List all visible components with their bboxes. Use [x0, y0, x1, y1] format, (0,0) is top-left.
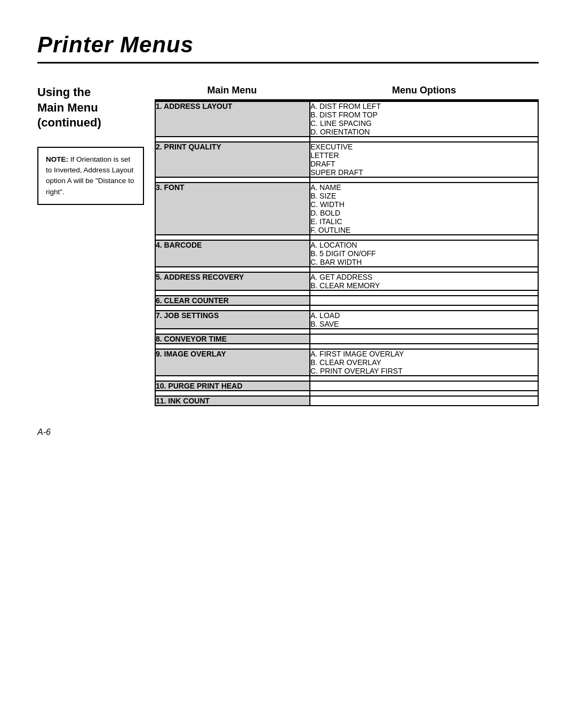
page-number: A-6 — [37, 428, 539, 437]
table-row: 9. IMAGE OVERLAYA. FIRST IMAGE OVERLAYB.… — [155, 349, 538, 376]
note-box: NOTE: If Orientation is set to Inverted,… — [37, 147, 144, 205]
main-menu-cell: 5. ADDRESS RECOVERY — [155, 272, 310, 290]
page-title: Printer Menus — [37, 32, 539, 58]
options-cell — [310, 296, 538, 305]
spacer-row — [155, 290, 538, 296]
table-row: 1. ADDRESS LAYOUTA. DIST FROM LEFTB. DIS… — [155, 101, 538, 137]
main-menu-cell: 8. CONVEYOR TIME — [155, 334, 310, 344]
table-row: 8. CONVEYOR TIME — [155, 334, 538, 344]
options-cell — [310, 334, 538, 344]
table-row: 6. CLEAR COUNTER — [155, 296, 538, 305]
title-divider — [37, 62, 539, 64]
main-menu-cell: 7. JOB SETTINGS — [155, 311, 310, 329]
spacer-row — [155, 137, 538, 142]
spacer-row — [155, 267, 538, 272]
table-row: 11. INK COUNT — [155, 396, 538, 406]
table-row: 2. PRINT QUALITYEXECUTIVELETTERDRAFTSUPE… — [155, 142, 538, 177]
table-row: 10. PURGE PRINT HEAD — [155, 381, 538, 391]
options-cell: A. NAMEB. SIZEC. WIDTHD. BOLDE. ITALICF.… — [310, 183, 538, 235]
main-menu-cell: 11. INK COUNT — [155, 396, 310, 406]
col-header-options: Menu Options — [309, 85, 539, 101]
spacer-row — [155, 376, 538, 381]
table-row: 7. JOB SETTINGSA. LOADB. SAVE — [155, 311, 538, 329]
main-menu-cell: 3. FONT — [155, 183, 310, 235]
options-cell: A. FIRST IMAGE OVERLAYB. CLEAR OVERLAYC.… — [310, 349, 538, 376]
table-row: 3. FONTA. NAMEB. SIZEC. WIDTHD. BOLDE. I… — [155, 183, 538, 235]
main-menu-cell: 6. CLEAR COUNTER — [155, 296, 310, 305]
main-menu-cell: 1. ADDRESS LAYOUT — [155, 101, 310, 137]
options-cell: A. LOADB. SAVE — [310, 311, 538, 329]
section-heading: Using the Main Menu (continued) — [37, 85, 144, 131]
spacer-row — [155, 177, 538, 183]
options-cell — [310, 396, 538, 406]
main-menu-cell: 9. IMAGE OVERLAY — [155, 349, 310, 376]
main-menu-cell: 4. BARCODE — [155, 240, 310, 267]
spacer-row — [155, 391, 538, 396]
spacer-row — [155, 344, 538, 349]
options-cell — [310, 381, 538, 391]
spacer-row — [155, 329, 538, 334]
options-cell: A. DIST FROM LEFTB. DIST FROM TOPC. LINE… — [310, 101, 538, 137]
options-cell: A. LOCATIONB. 5 DIGIT ON/OFFC. BAR WIDTH — [310, 240, 538, 267]
spacer-row — [155, 305, 538, 311]
table-row: 4. BARCODEA. LOCATIONB. 5 DIGIT ON/OFFC.… — [155, 240, 538, 267]
table-row: 5. ADDRESS RECOVERYA. GET ADDRESSB. CLEA… — [155, 272, 538, 290]
options-cell: EXECUTIVELETTERDRAFTSUPER DRAFT — [310, 142, 538, 177]
options-cell: A. GET ADDRESSB. CLEAR MEMORY — [310, 272, 538, 290]
spacer-row — [155, 235, 538, 240]
main-menu-cell: 10. PURGE PRINT HEAD — [155, 381, 310, 391]
main-menu-cell: 2. PRINT QUALITY — [155, 142, 310, 177]
menu-table: 1. ADDRESS LAYOUTA. DIST FROM LEFTB. DIS… — [155, 101, 539, 406]
col-header-main: Main Menu — [155, 85, 309, 101]
